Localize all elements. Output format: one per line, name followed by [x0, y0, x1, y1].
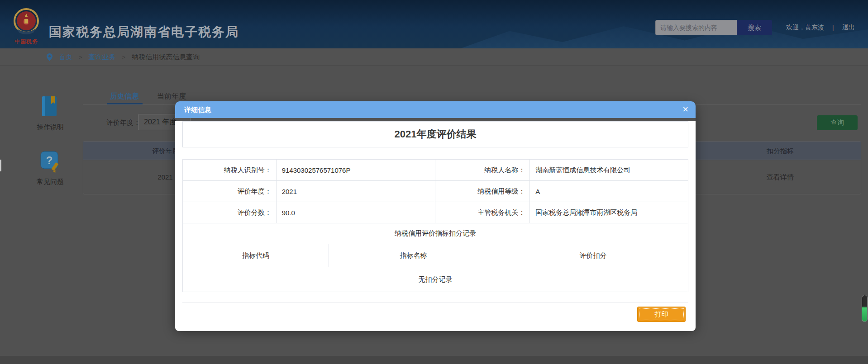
credit-rating-value: A — [530, 181, 688, 202]
logout-link[interactable]: 退出 — [842, 24, 855, 32]
column-header-deduction: 扣分指标 — [744, 142, 816, 160]
tab-history-info[interactable]: 历史信息 — [110, 92, 139, 101]
field-label: 评价分数： — [183, 202, 277, 223]
tab-current-year[interactable]: 当前年度 — [157, 92, 186, 101]
taxpayer-id-value: 91430302576571076P — [276, 160, 435, 181]
sidebar-item-manual[interactable]: 操作说明 — [30, 95, 71, 132]
side-progress-indicator — [862, 295, 868, 322]
tax-emblem-logo-icon — [12, 7, 41, 36]
table-row: 评价分数： 90.0 主管税务机关： 国家税务总局湘潭市雨湖区税务局 — [183, 202, 688, 223]
sidebar-item-label: 常见问题 — [30, 178, 71, 186]
table-row: 无扣分记录 — [183, 267, 688, 292]
taxpayer-name-value: 湖南新蓝恒成信息技术有限公司 — [530, 160, 688, 181]
question-pencil-icon: ? — [40, 151, 61, 173]
logo-caption: 中国税务 — [9, 38, 43, 46]
breadcrumb-bar: 首页 > 查询业务 > 纳税信用状态信息查询 — [0, 48, 868, 66]
field-label: 主管税务机关： — [435, 202, 530, 223]
taxpayer-info-table: 纳税人识别号： 91430302576571076P 纳税人名称： 湖南新蓝恒成… — [182, 159, 688, 244]
screen: 中国税务 国家税务总局湖南省电子税务局 搜索 欢迎，黄东波 | 退出 首页 > … — [0, 0, 868, 364]
field-label: 评价年度： — [183, 181, 277, 202]
location-pin-icon — [47, 53, 52, 61]
svg-text:?: ? — [46, 154, 53, 166]
field-label: 纳税人名称： — [435, 160, 530, 181]
modal-title: 详细信息 — [175, 101, 696, 118]
user-separator: | — [832, 24, 834, 31]
table-row: 纳税人识别号： 91430302576571076P 纳税人名称： 湖南新蓝恒成… — [183, 160, 688, 181]
breadcrumb-home[interactable]: 首页 — [59, 53, 72, 61]
field-label: 纳税信用等级： — [435, 181, 530, 202]
column-header-indicator-name: 指标名称 — [329, 244, 498, 267]
modal-footer: 打印 — [182, 303, 688, 322]
left-edge-notch — [0, 160, 1, 171]
page-bottom-strip — [0, 356, 868, 364]
search-box: 搜索 — [655, 20, 772, 35]
welcome-text: 欢迎，黄东波 — [786, 24, 824, 32]
book-icon — [40, 95, 60, 118]
print-button[interactable]: 打印 — [637, 307, 686, 322]
result-title: 2021年度评价结果 — [182, 121, 688, 147]
breadcrumb: 首页 > 查询业务 > 纳税信用状态信息查询 — [47, 48, 200, 66]
column-header-deduction-score: 评价扣分 — [498, 244, 688, 267]
breadcrumb-query-services[interactable]: 查询业务 — [89, 53, 116, 61]
query-button[interactable]: 查询 — [817, 115, 858, 130]
view-details-link[interactable]: 查看详情 — [744, 160, 816, 194]
site-header: 中国税务 国家税务总局湖南省电子税务局 搜索 欢迎，黄东波 | 退出 — [0, 0, 868, 48]
detail-info-modal: 详细信息 × 2021年度评价结果 纳税人识别号： 91430302576571… — [175, 101, 696, 328]
modal-body: 2021年度评价结果 纳税人识别号： 91430302576571076P 纳税… — [175, 121, 696, 331]
table-column-separator — [699, 142, 699, 194]
breadcrumb-separator: > — [79, 54, 82, 61]
column-header-indicator-code: 指标代码 — [183, 244, 329, 267]
field-label: 纳税人识别号： — [183, 160, 277, 181]
site-title: 国家税务总局湖南省电子税务局 — [49, 24, 239, 41]
sidebar-item-faq[interactable]: ? 常见问题 — [30, 151, 71, 186]
sidebar-item-label: 操作说明 — [30, 123, 71, 132]
search-button[interactable]: 搜索 — [737, 20, 772, 35]
user-area: 欢迎，黄东波 | 退出 — [786, 20, 855, 35]
no-records-text: 无扣分记录 — [183, 267, 688, 292]
evaluation-year-value: 2021 — [276, 181, 435, 202]
close-icon[interactable]: × — [682, 101, 688, 118]
deduction-records-table: 指标代码 指标名称 评价扣分 无扣分记录 — [182, 244, 688, 292]
table-row: 评价年度： 2021 纳税信用等级： A — [183, 181, 688, 202]
evaluation-score-value: 90.0 — [276, 202, 435, 223]
evaluation-year-label: 评价年度： — [106, 114, 140, 131]
breadcrumb-current-page: 纳税信用状态信息查询 — [132, 53, 200, 61]
deduction-section-title: 纳税信用评价指标扣分记录 — [183, 223, 688, 244]
table-row: 指标代码 指标名称 评价扣分 — [183, 244, 688, 267]
table-row: 纳税信用评价指标扣分记录 — [183, 223, 688, 244]
search-input[interactable] — [655, 20, 737, 35]
breadcrumb-separator: > — [122, 54, 126, 61]
modal-header: 详细信息 × — [175, 101, 696, 118]
tax-authority-value: 国家税务总局湘潭市雨湖区税务局 — [530, 202, 688, 223]
